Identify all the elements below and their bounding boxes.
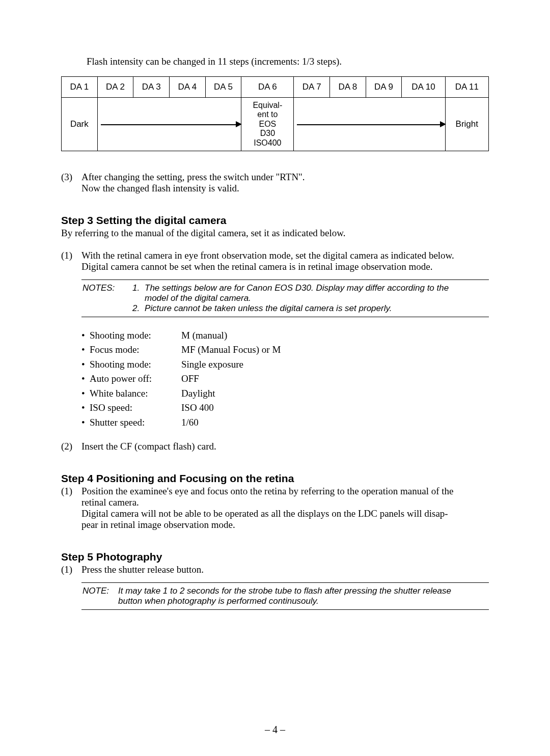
- setting-value: MF (Manual Focus) or M: [181, 343, 281, 357]
- step5-note-box: NOTE: It may take 1 to 2 seconds for the…: [81, 582, 489, 610]
- camera-settings-list: •Shooting mode:M (manual) •Focus mode:MF…: [81, 328, 489, 430]
- step-3-heading: Step 3 Setting the digital camera: [61, 214, 489, 227]
- text-line: After changing the setting, press the sw…: [81, 172, 489, 183]
- cell-dark: Dark: [62, 98, 98, 151]
- note-text: button when photography is performed con…: [118, 596, 488, 606]
- text-line: retinal camera.: [81, 497, 489, 508]
- step-4-heading: Step 4 Positioning and Focusing on the r…: [61, 472, 489, 485]
- setting-value: M (manual): [181, 328, 227, 343]
- col-da9: DA 9: [366, 77, 402, 98]
- col-da10: DA 10: [402, 77, 445, 98]
- col-da3: DA 3: [133, 77, 170, 98]
- table-header-row: DA 1 DA 2 DA 3 DA 4 DA 5 DA 6 DA 7 DA 8 …: [62, 77, 489, 98]
- setting-label: Shooting mode:: [90, 357, 181, 372]
- cell-bright: Bright: [445, 98, 488, 151]
- note-text: The settings below are for Canon EOS D30…: [145, 283, 488, 293]
- text-line: Digital camera cannot be set when the re…: [81, 261, 489, 272]
- cell-equivalent: Equival- ent to EOS D30 ISO400: [241, 98, 294, 151]
- setting-row: •ISO speed:ISO 400: [81, 401, 489, 415]
- manual-page: Flash intensity can be changed in 11 ste…: [0, 0, 550, 756]
- table-value-row: Dark Equival- ent to EOS D30 ISO400 Brig…: [62, 98, 489, 151]
- text-line: Insert the CF (compact flash) card.: [81, 441, 489, 452]
- setting-label: Shutter speed:: [90, 415, 181, 430]
- setting-label: White balance:: [90, 386, 181, 401]
- step3-notes-box: NOTES: 1. The settings below are for Can…: [81, 279, 489, 317]
- setting-value: 1/60: [181, 415, 199, 430]
- setting-row: •Shooting mode:Single exposure: [81, 357, 489, 372]
- step3-item-1: (1) With the retinal camera in eye front…: [61, 250, 489, 272]
- setting-label: Shooting mode:: [90, 328, 181, 343]
- setting-row: •Focus mode:MF (Manual Focus) or M: [81, 343, 489, 357]
- note-number: 2.: [132, 303, 145, 314]
- text-line: Digital camera will not be able to be op…: [81, 508, 489, 519]
- setting-label: Auto power off:: [90, 372, 181, 386]
- step3-item-2: (2) Insert the CF (compact flash) card.: [61, 441, 489, 452]
- col-da5: DA 5: [205, 77, 241, 98]
- page-number: – 4 –: [0, 724, 550, 736]
- note-text: model of the digital camera.: [145, 293, 488, 303]
- col-da4: DA 4: [170, 77, 206, 98]
- arrow-line-icon: [101, 124, 238, 125]
- step-5-heading: Step 5 Photography: [61, 551, 489, 563]
- cell-arrow-right: [294, 98, 445, 151]
- setting-label: Focus mode:: [90, 343, 181, 357]
- setting-row: •White balance:Daylight: [81, 386, 489, 401]
- item-number: (1): [61, 250, 81, 272]
- step4-item-1: (1) Position the examinee's eye and focu…: [61, 486, 489, 530]
- item-number: (1): [61, 564, 81, 575]
- text-line: With the retinal camera in eye front obs…: [81, 250, 489, 261]
- text-line: pear in retinal image observation mode.: [81, 519, 489, 530]
- text-line: Press the shutter release button.: [81, 564, 489, 575]
- setting-value: OFF: [181, 372, 199, 386]
- col-da1: DA 1: [62, 77, 98, 98]
- intro-text: Flash intensity can be changed in 11 ste…: [87, 56, 489, 67]
- text-line: Position the examinee's eye and focus on…: [81, 486, 489, 497]
- setting-row: •Shutter speed:1/60: [81, 415, 489, 430]
- arrow-line-icon: [297, 124, 442, 125]
- equivalent-text: Equival- ent to EOS D30 ISO400: [243, 101, 291, 148]
- note-text: Picture cannot be taken unless the digit…: [145, 303, 488, 314]
- setting-value: Single exposure: [181, 357, 243, 372]
- setting-row: •Shooting mode:M (manual): [81, 328, 489, 343]
- note-text: It may take 1 to 2 seconds for the strob…: [118, 586, 488, 596]
- note-label: NOTE:: [82, 586, 118, 596]
- text-line: Now the changed flash intensity is valid…: [81, 183, 489, 194]
- note-number: 1.: [132, 283, 145, 293]
- instruction-item-3: (3) After changing the setting, press th…: [61, 172, 489, 194]
- col-da8: DA 8: [330, 77, 366, 98]
- setting-value: Daylight: [181, 386, 215, 401]
- setting-label: ISO speed:: [90, 401, 181, 415]
- col-da2: DA 2: [97, 77, 133, 98]
- flash-intensity-table: DA 1 DA 2 DA 3 DA 4 DA 5 DA 6 DA 7 DA 8 …: [61, 76, 489, 151]
- arrow-head-icon: [236, 121, 242, 127]
- setting-row: •Auto power off:OFF: [81, 372, 489, 386]
- item-number: (3): [61, 172, 81, 194]
- setting-value: ISO 400: [181, 401, 214, 415]
- item-number: (1): [61, 486, 81, 530]
- arrow-head-icon: [440, 121, 446, 127]
- notes-label: NOTES:: [82, 283, 132, 293]
- col-da7: DA 7: [294, 77, 330, 98]
- step-3-intro: By referring to the manual of the digita…: [61, 228, 489, 239]
- col-da11: DA 11: [445, 77, 488, 98]
- step5-item-1: (1) Press the shutter release button.: [61, 564, 489, 575]
- item-number: (2): [61, 441, 81, 452]
- cell-arrow-left: [97, 98, 241, 151]
- col-da6: DA 6: [241, 77, 294, 98]
